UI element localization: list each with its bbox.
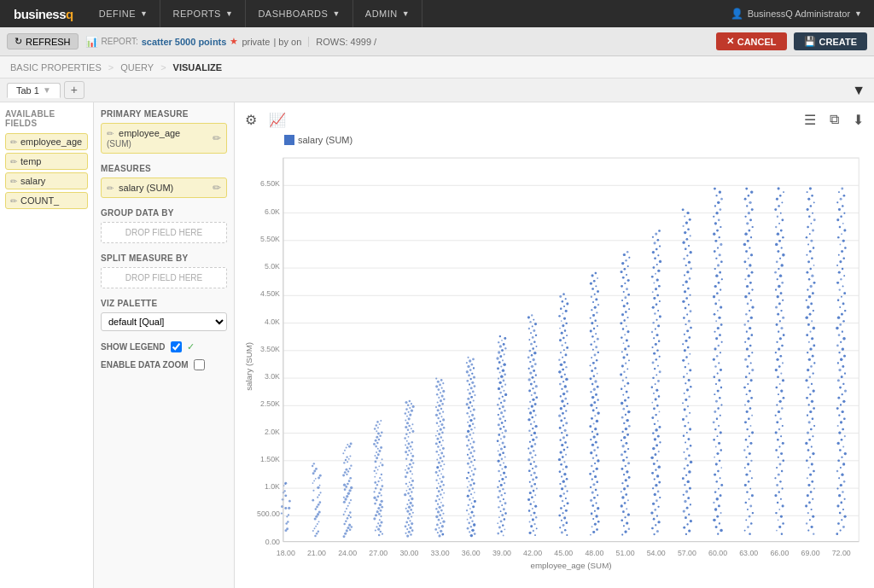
chart-copy-icon[interactable]: ⧉ xyxy=(826,110,842,129)
primary-measure-field[interactable]: ✏ employee_age (SUM) ✏ xyxy=(101,123,227,154)
svg-point-360 xyxy=(435,500,438,503)
svg-point-1527 xyxy=(655,328,656,329)
svg-point-96 xyxy=(312,490,314,492)
nav-define[interactable]: DEFINE ▼ xyxy=(87,0,161,27)
chart-settings-icon[interactable]: ⚙ xyxy=(242,110,260,130)
svg-point-2057 xyxy=(749,533,750,534)
measure-salary[interactable]: ✏ salary (SUM) ✏ xyxy=(101,178,227,198)
edit-primary-measure-icon[interactable]: ✏ xyxy=(213,132,221,144)
svg-point-234 xyxy=(411,466,412,468)
chart-list-icon[interactable]: ☰ xyxy=(801,110,819,130)
svg-point-651 xyxy=(503,472,505,474)
nav-admin[interactable]: ADMIN ▼ xyxy=(353,0,422,27)
field-employee-age[interactable]: ✏ employee_age xyxy=(5,133,88,150)
svg-point-108 xyxy=(348,445,351,448)
group-data-dropzone[interactable]: DROP FIELD HERE xyxy=(101,222,227,243)
field-count[interactable]: ✏ COUNT_ xyxy=(5,192,88,209)
svg-point-1460 xyxy=(656,460,658,462)
svg-point-211 xyxy=(382,485,384,487)
split-measure-dropzone[interactable]: DROP FIELD HERE xyxy=(101,267,227,288)
svg-point-813 xyxy=(531,354,533,356)
svg-text:51.00: 51.00 xyxy=(616,549,635,557)
user-menu[interactable]: 👤 BusinessQ Administrator ▼ xyxy=(719,8,874,20)
svg-point-790 xyxy=(530,503,532,504)
nav-dashboards[interactable]: DASHBOARDS ▼ xyxy=(246,0,353,27)
svg-point-1012 xyxy=(566,335,568,336)
group-data-section: GROUP DATA BY DROP FIELD HERE xyxy=(101,208,227,243)
svg-point-2203 xyxy=(776,341,778,343)
svg-point-764 xyxy=(529,401,531,403)
svg-point-2595 xyxy=(839,306,841,308)
create-button[interactable]: 💾 CREATE xyxy=(794,32,867,50)
svg-point-1512 xyxy=(657,435,660,438)
split-measure-title: SPLIT MEASURE BY xyxy=(101,253,227,263)
svg-point-2193 xyxy=(775,306,778,308)
svg-point-1508 xyxy=(655,484,657,486)
svg-point-1493 xyxy=(658,285,661,288)
svg-point-597 xyxy=(497,404,499,406)
svg-point-230 xyxy=(409,488,411,491)
svg-point-918 xyxy=(564,398,567,400)
svg-text:33.00: 33.00 xyxy=(431,549,450,557)
svg-point-99 xyxy=(312,499,314,502)
svg-point-2024 xyxy=(747,383,749,385)
svg-point-1108 xyxy=(597,338,599,341)
svg-point-591 xyxy=(498,351,500,353)
svg-point-779 xyxy=(534,323,537,325)
svg-point-1153 xyxy=(597,325,598,327)
nav-reports[interactable]: REPORTS ▼ xyxy=(160,0,246,27)
viz-palette-select[interactable]: default [Qual] xyxy=(101,312,227,331)
field-salary[interactable]: ✏ salary xyxy=(5,172,88,189)
add-tab-button[interactable]: + xyxy=(64,81,84,99)
svg-point-927 xyxy=(562,492,565,495)
chart-type-icon[interactable]: 📈 xyxy=(265,110,289,130)
svg-point-1192 xyxy=(597,507,599,509)
svg-point-2029 xyxy=(752,226,754,228)
svg-point-1339 xyxy=(627,265,629,267)
svg-text:3.50K: 3.50K xyxy=(260,345,280,353)
svg-point-489 xyxy=(470,428,473,431)
svg-point-1106 xyxy=(591,491,594,493)
svg-point-2392 xyxy=(806,334,808,336)
svg-point-2225 xyxy=(774,208,777,211)
svg-text:63.00: 63.00 xyxy=(739,549,758,557)
svg-point-1295 xyxy=(621,482,623,484)
svg-point-207 xyxy=(379,504,382,506)
filter-icon[interactable]: ▼ xyxy=(852,83,865,98)
show-legend-checkbox[interactable] xyxy=(171,341,182,352)
breadcrumb-step-2[interactable]: QUERY xyxy=(120,62,154,73)
svg-point-398 xyxy=(442,497,444,498)
svg-point-1103 xyxy=(592,457,595,460)
refresh-button[interactable]: ↻ REFRESH xyxy=(7,33,79,49)
svg-point-1550 xyxy=(655,428,657,431)
svg-point-1008 xyxy=(564,374,566,376)
svg-point-1649 xyxy=(686,448,689,451)
svg-point-2196 xyxy=(775,352,777,353)
cancel-button[interactable]: ✕ CANCEL xyxy=(716,32,787,50)
svg-text:2.50K: 2.50K xyxy=(260,399,280,408)
svg-point-2082 xyxy=(747,446,749,448)
svg-point-1708 xyxy=(689,412,690,414)
svg-point-1486 xyxy=(656,294,659,297)
tab-1[interactable]: Tab 1 ▼ xyxy=(7,83,61,98)
svg-point-1135 xyxy=(591,383,593,385)
svg-point-581 xyxy=(497,533,499,535)
svg-point-2199 xyxy=(783,397,785,399)
svg-point-529 xyxy=(474,500,476,503)
svg-point-1845 xyxy=(718,425,720,427)
edit-measure-icon[interactable]: ✏ xyxy=(213,182,221,194)
field-temp[interactable]: ✏ temp xyxy=(5,153,88,170)
svg-point-633 xyxy=(498,516,500,518)
chart-download-icon[interactable]: ⬇ xyxy=(849,110,867,130)
svg-point-2397 xyxy=(811,526,813,528)
svg-point-995 xyxy=(563,317,566,320)
svg-point-502 xyxy=(471,470,473,472)
svg-point-2561 xyxy=(843,258,845,259)
svg-point-1994 xyxy=(744,278,746,280)
svg-point-981 xyxy=(561,332,563,335)
svg-point-1354 xyxy=(624,451,626,453)
breadcrumb-step-1[interactable]: BASIC PROPERTIES xyxy=(10,62,102,73)
enable-zoom-checkbox[interactable] xyxy=(194,359,205,370)
svg-point-1307 xyxy=(627,345,629,346)
svg-point-278 xyxy=(408,499,410,501)
